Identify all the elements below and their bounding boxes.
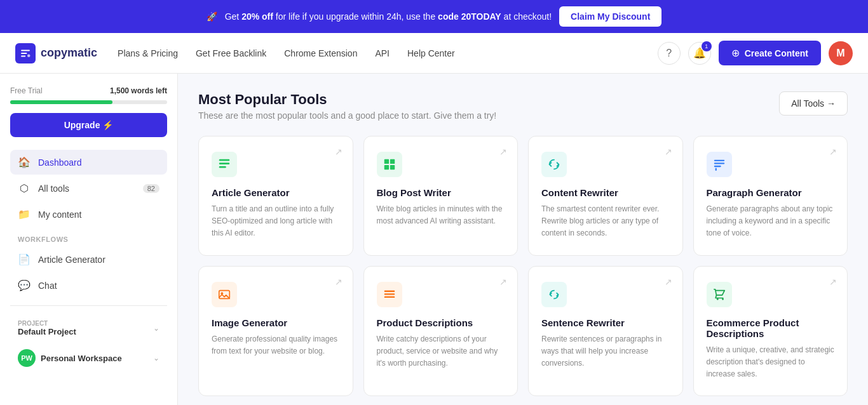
sidebar-bottom: PROJECT Default Project ⌄ PW Personal Wo… bbox=[10, 305, 167, 373]
dashboard-icon: 🏠 bbox=[18, 156, 31, 168]
tool-card-sentence-rewriter[interactable]: ↗ Sentence Rewriter Rewrite sentences or… bbox=[528, 266, 683, 397]
tool-card-paragraph-generator[interactable]: ↗ Paragraph Generator Generate paragraph… bbox=[693, 136, 848, 256]
tool-title: Ecommerce Product Descriptions bbox=[707, 317, 835, 339]
all-tools-badge: 82 bbox=[143, 184, 159, 193]
header-right: ? 🔔 1 ⊕ Create Content M bbox=[658, 41, 853, 65]
svg-rect-1 bbox=[219, 159, 230, 161]
expand-icon: ↗ bbox=[335, 277, 342, 287]
header: copymatic Plans & Pricing Get Free Backl… bbox=[0, 33, 868, 74]
project-name: Default Project bbox=[18, 327, 148, 336]
tool-icon-content-rewriter bbox=[541, 152, 567, 177]
tool-icon-ecommerce bbox=[707, 282, 732, 307]
page-subtitle: These are the most popular tools and a g… bbox=[198, 110, 496, 121]
tool-card-ecommerce-product-descriptions[interactable]: ↗ Ecommerce Product Descriptions Write a… bbox=[693, 266, 848, 397]
expand-icon: ↗ bbox=[665, 277, 672, 287]
chevron-down-icon: ⌄ bbox=[153, 324, 159, 333]
sidebar-nav-item-dashboard[interactable]: 🏠 Dashboard bbox=[10, 150, 167, 175]
sidebar-nav-item-chat[interactable]: 💬 Chat bbox=[10, 273, 167, 298]
my-content-icon: 📁 bbox=[18, 208, 31, 220]
sidebar-item-label: Chat bbox=[38, 281, 57, 291]
create-content-button[interactable]: ⊕ Create Content bbox=[719, 41, 821, 65]
words-left: 1,500 words left bbox=[110, 86, 167, 95]
logo-text: copymatic bbox=[41, 46, 97, 60]
sidebar-item-label: My content bbox=[38, 209, 81, 220]
article-generator-icon: 📄 bbox=[18, 253, 31, 265]
words-progress-bar bbox=[10, 100, 167, 104]
chat-icon: 💬 bbox=[18, 279, 31, 291]
expand-icon: ↗ bbox=[829, 277, 837, 287]
svg-rect-3 bbox=[219, 166, 226, 168]
question-icon: ? bbox=[666, 48, 672, 59]
main-layout: Free Trial 1,500 words left Upgrade ⚡ 🏠 … bbox=[0, 74, 868, 405]
svg-rect-9 bbox=[714, 163, 724, 164]
tool-card-content-rewriter[interactable]: ↗ Content Rewriter The smartest content … bbox=[528, 136, 683, 256]
svg-rect-16 bbox=[384, 296, 395, 297]
sidebar-nav-item-all-tools[interactable]: ⬡ All tools 82 bbox=[10, 176, 167, 201]
tool-desc: Generate paragraphs about any topic incl… bbox=[707, 203, 835, 240]
tool-icon-sentence-rewriter bbox=[541, 282, 567, 307]
svg-rect-8 bbox=[714, 160, 724, 161]
svg-rect-6 bbox=[384, 165, 388, 169]
tools-grid: ↗ Article Generator Turn a title and an … bbox=[198, 136, 848, 396]
nav-help[interactable]: Help Center bbox=[407, 48, 455, 58]
notifications-button[interactable]: 🔔 1 bbox=[688, 42, 711, 65]
workspace-selector[interactable]: PW Personal Workspace ⌄ bbox=[10, 343, 167, 373]
svg-point-17 bbox=[716, 298, 718, 300]
tool-card-product-descriptions[interactable]: ↗ Product Descriptions Write catchy desc… bbox=[363, 266, 519, 397]
chevron-down-icon-2: ⌄ bbox=[153, 354, 159, 362]
tool-icon-product-descriptions bbox=[377, 282, 402, 307]
tool-title: Sentence Rewriter bbox=[541, 317, 670, 328]
nav-plans[interactable]: Plans & Pricing bbox=[118, 48, 178, 58]
top-banner: 🚀 Get 20% off for life if you upgrade wi… bbox=[0, 0, 868, 33]
tool-title: Article Generator bbox=[212, 187, 340, 198]
project-label: PROJECT bbox=[18, 320, 148, 327]
expand-icon: ↗ bbox=[829, 147, 837, 157]
user-avatar[interactable]: M bbox=[829, 41, 853, 65]
content-heading: Most Popular Tools These are the most po… bbox=[198, 91, 496, 121]
tool-title: Image Generator bbox=[212, 317, 340, 328]
tool-icon-blog-post-writer bbox=[377, 152, 402, 177]
sidebar-nav-item-article-generator[interactable]: 📄 Article Generator bbox=[10, 247, 167, 272]
tool-desc: Generate professional quality images fro… bbox=[212, 333, 340, 357]
all-tools-icon: ⬡ bbox=[18, 182, 31, 194]
tool-desc: Write catchy descriptions of your produc… bbox=[377, 333, 505, 370]
tool-icon-image-generator bbox=[212, 282, 237, 307]
notification-badge: 1 bbox=[702, 41, 712, 51]
tool-card-blog-post-writer[interactable]: ↗ Blog Post Writer Write blog articles i… bbox=[363, 136, 519, 256]
tool-desc: Write blog articles in minutes with the … bbox=[377, 203, 505, 227]
logo-icon bbox=[15, 43, 36, 63]
svg-point-18 bbox=[722, 298, 724, 300]
workspace-info: Personal Workspace bbox=[41, 354, 148, 363]
sidebar-item-label: All tools bbox=[38, 183, 69, 194]
logo[interactable]: copymatic bbox=[15, 43, 97, 63]
nav-backlink[interactable]: Get Free Backlink bbox=[196, 48, 266, 58]
nav-api[interactable]: API bbox=[375, 48, 390, 58]
svg-rect-7 bbox=[390, 165, 394, 169]
expand-icon: ↗ bbox=[499, 147, 507, 157]
svg-rect-5 bbox=[390, 159, 394, 164]
workspace-name: Personal Workspace bbox=[41, 354, 148, 363]
expand-icon: ↗ bbox=[665, 147, 672, 157]
project-selector[interactable]: PROJECT Default Project ⌄ bbox=[10, 314, 167, 343]
trial-info: Free Trial 1,500 words left bbox=[10, 86, 167, 95]
tool-card-article-generator[interactable]: ↗ Article Generator Turn a title and an … bbox=[198, 136, 353, 256]
tool-desc: Turn a title and an outline into a fully… bbox=[212, 203, 340, 240]
tool-title: Paragraph Generator bbox=[707, 187, 835, 198]
tool-card-image-generator[interactable]: ↗ Image Generator Generate professional … bbox=[198, 266, 353, 397]
all-tools-button[interactable]: All Tools → bbox=[779, 91, 848, 116]
svg-rect-10 bbox=[714, 166, 721, 167]
upgrade-button[interactable]: Upgrade ⚡ bbox=[10, 113, 167, 137]
tool-title: Content Rewriter bbox=[541, 187, 670, 198]
sidebar-nav-item-my-content[interactable]: 📁 My content bbox=[10, 202, 167, 227]
tool-title: Blog Post Writer bbox=[377, 187, 505, 198]
words-progress-fill bbox=[10, 100, 112, 104]
tool-desc: The smartest content rewriter ever. Rewr… bbox=[541, 203, 670, 240]
plus-icon: ⊕ bbox=[731, 47, 740, 59]
claim-discount-button[interactable]: Claim My Discount bbox=[559, 6, 661, 27]
sidebar-item-label: Article Generator bbox=[38, 255, 105, 265]
tool-title: Product Descriptions bbox=[377, 317, 505, 328]
nav-chrome[interactable]: Chrome Extension bbox=[284, 48, 357, 58]
main-content: Most Popular Tools These are the most po… bbox=[178, 74, 868, 405]
help-button[interactable]: ? bbox=[658, 42, 681, 65]
svg-rect-4 bbox=[384, 159, 388, 164]
